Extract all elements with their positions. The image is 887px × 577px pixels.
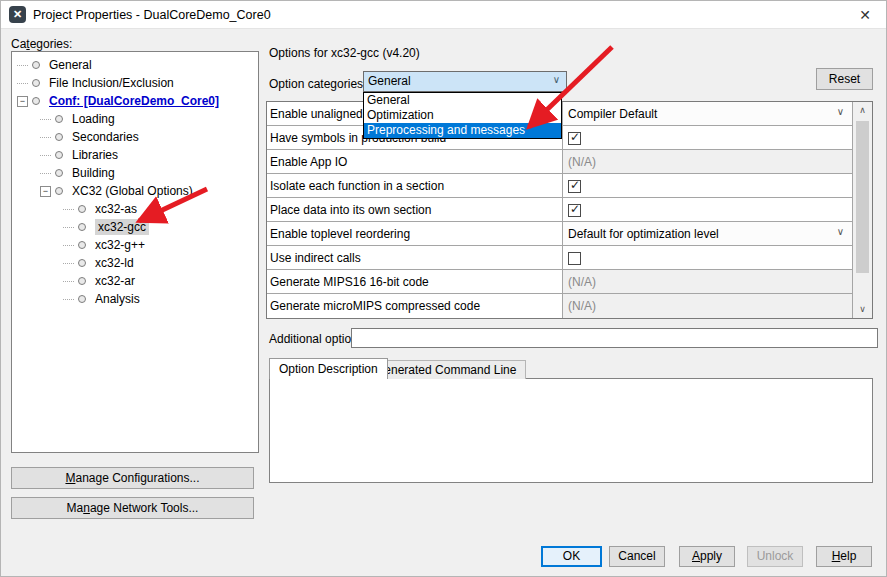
tree-item-label: Conf: [DualCoreDemo_Core0] (49, 94, 219, 108)
tree-item-xc32-ar[interactable]: xc32-ar (12, 272, 258, 290)
tree-item-xc32-ld[interactable]: xc32-ld (12, 254, 258, 272)
tree-item-building[interactable]: Building (12, 164, 258, 182)
ok-button[interactable]: OK (541, 546, 602, 567)
close-icon[interactable]: ✕ (854, 5, 876, 25)
tree-node-icon (78, 205, 86, 213)
tree-node-icon (55, 133, 63, 141)
title-bar: ✕ Project Properties - DualCoreDemo_Core… (1, 1, 886, 29)
tree-item-analysis[interactable]: Analysis (12, 290, 258, 308)
dropdown-item-optimization[interactable]: Optimization (364, 108, 561, 123)
checkbox-checked-icon[interactable]: ✓ (568, 180, 581, 193)
option-label: Enable toplevel reordering (267, 222, 563, 245)
option-value-na: (N/A) (563, 270, 852, 293)
tree-node-icon (55, 169, 63, 177)
checkbox-unchecked-icon[interactable] (568, 252, 581, 265)
tree-item-label: xc32-ld (95, 256, 134, 270)
option-value-na: (N/A) (563, 150, 852, 173)
dropdown-item-general[interactable]: General (364, 93, 561, 108)
option-description-box (269, 378, 873, 483)
tree-item-label: xc32-ar (95, 274, 135, 288)
unlock-button: Unlock (747, 546, 803, 567)
table-row: Place data into its own section ✓ (267, 198, 852, 222)
dropdown-item-preprocessing[interactable]: Preprocessing and messages (364, 123, 561, 138)
tree-item-xc32-global[interactable]: −XC32 (Global Options) (12, 182, 258, 200)
cancel-button[interactable]: Cancel (609, 546, 665, 567)
option-label: Isolate each function in a section (267, 174, 563, 197)
scrollbar-track[interactable] (853, 119, 872, 301)
scrollbar-thumb[interactable] (856, 121, 869, 273)
manage-network-tools-button[interactable]: Manage Network Tools... (11, 497, 254, 519)
tab-option-description[interactable]: Option Description (269, 358, 388, 379)
tree-connector (63, 299, 74, 300)
option-value-select[interactable]: Compiler Default∨ (563, 102, 852, 125)
collapse-icon[interactable]: − (40, 186, 51, 197)
manage-configurations-button[interactable]: Manage Configurations... (11, 467, 254, 489)
option-value-checkbox: ✓ (563, 126, 852, 149)
tree-node-icon (32, 79, 40, 87)
table-row: Generate MIPS16 16-bit code (N/A) (267, 270, 852, 294)
tree-item-general[interactable]: General (12, 56, 258, 74)
tree-item-xc32-gcc[interactable]: xc32-gcc (12, 218, 258, 236)
table-row: Generate microMIPS compressed code (N/A) (267, 294, 852, 318)
tree-node-icon (78, 223, 86, 231)
table-row: Use indirect calls (267, 246, 852, 270)
table-row: Enable App IO (N/A) (267, 150, 852, 174)
option-value-select[interactable]: Default for optimization level∨ (563, 222, 852, 245)
tree-connector (63, 227, 74, 228)
tree-item-label: Building (72, 166, 115, 180)
window-title: Project Properties - DualCoreDemo_Core0 (33, 8, 271, 22)
tree-connector (63, 281, 74, 282)
tree-connector (17, 65, 28, 66)
tree-item-xc32-as[interactable]: xc32-as (12, 200, 258, 218)
tree-connector (63, 245, 74, 246)
option-categories-combobox[interactable]: General∨ (363, 71, 567, 92)
chevron-down-icon: ∨ (837, 106, 844, 117)
chevron-down-icon: ∨ (553, 74, 560, 85)
apply-button[interactable]: Apply (679, 546, 735, 567)
categories-label: Categories: (11, 37, 72, 51)
option-value-checkbox: ✓ (563, 174, 852, 197)
tab-generated-command-line[interactable]: Generated Command Line (365, 360, 526, 379)
table-scrollbar: ∧ ∨ (852, 102, 872, 318)
tree-item-conf[interactable]: −Conf: [DualCoreDemo_Core0] (12, 92, 258, 110)
options-table: Enable unaligned access Compiler Default… (266, 101, 873, 319)
reset-button[interactable]: Reset (816, 68, 873, 90)
tree-connector (40, 173, 51, 174)
tree-node-icon (78, 277, 86, 285)
option-label: Generate microMIPS compressed code (267, 294, 563, 318)
tree-node-icon (55, 187, 63, 195)
help-button[interactable]: Help (816, 546, 872, 567)
tree-item-loading[interactable]: Loading (12, 110, 258, 128)
scroll-up-icon[interactable]: ∧ (853, 102, 872, 119)
additional-options-input[interactable] (351, 328, 878, 348)
collapse-icon[interactable]: − (17, 96, 28, 107)
tree-connector (40, 155, 51, 156)
project-properties-dialog: ✕ Project Properties - DualCoreDemo_Core… (0, 0, 887, 577)
checkbox-checked-icon[interactable]: ✓ (568, 132, 581, 145)
tree-item-secondaries[interactable]: Secondaries (12, 128, 258, 146)
option-label: Generate MIPS16 16-bit code (267, 270, 563, 293)
tree-item-label: XC32 (Global Options) (72, 184, 193, 198)
tree-item-label: Libraries (72, 148, 118, 162)
combobox-value: General (368, 74, 411, 88)
tree-node-icon (55, 115, 63, 123)
tree-item-label: Secondaries (72, 130, 139, 144)
tree-item-label: File Inclusion/Exclusion (49, 76, 174, 90)
tree-connector (17, 83, 28, 84)
tree-item-libraries[interactable]: Libraries (12, 146, 258, 164)
tree-node-icon (55, 151, 63, 159)
tree-node-icon (32, 97, 40, 105)
mplab-app-icon: ✕ (9, 6, 26, 23)
tree-connector (40, 137, 51, 138)
tree-item-label: General (49, 58, 92, 72)
table-row: Enable toplevel reordering Default for o… (267, 222, 852, 246)
option-categories-label: Option categories: (269, 77, 366, 91)
checkbox-checked-icon[interactable]: ✓ (568, 204, 581, 217)
tree-item-xc32-gpp[interactable]: xc32-g++ (12, 236, 258, 254)
scroll-down-icon[interactable]: ∨ (853, 301, 872, 318)
tree-item-file-inclusion[interactable]: File Inclusion/Exclusion (12, 74, 258, 92)
option-label: Enable App IO (267, 150, 563, 173)
tree-node-icon (32, 61, 40, 69)
tree-item-label: xc32-g++ (95, 238, 145, 252)
option-label: Place data into its own section (267, 198, 563, 221)
